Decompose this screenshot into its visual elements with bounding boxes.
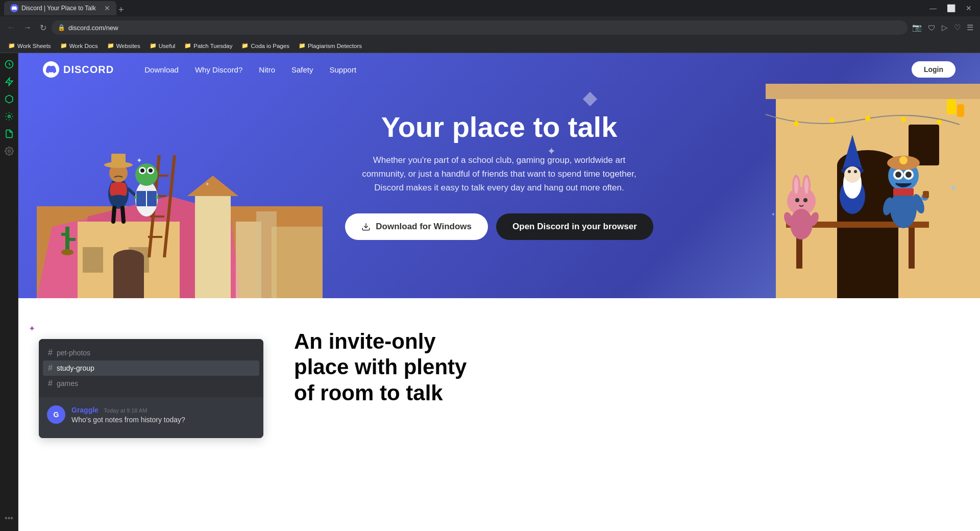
- nav-safety[interactable]: Safety: [291, 65, 313, 74]
- svg-point-54: [865, 116, 870, 121]
- url-text: discord.com/new: [68, 24, 118, 32]
- hero-title: Your place to talk: [345, 111, 653, 143]
- bookmark-folder-icon: 📁: [8, 42, 15, 49]
- menu-icon[interactable]: ☰: [964, 21, 976, 34]
- tab-area: Discord | Your Place to Talk ✕ +: [4, 1, 923, 15]
- screenshot-icon[interactable]: 📷: [910, 21, 924, 34]
- shield-icon[interactable]: 🛡: [925, 21, 938, 34]
- tab-close-button[interactable]: ✕: [104, 4, 110, 12]
- svg-point-33: [149, 168, 153, 173]
- svg-text:✦: ✦: [136, 156, 142, 164]
- svg-point-32: [140, 168, 144, 173]
- toolbar: ← → ↻ 🔒 discord.com/new 📷 🛡 ▷ ♡ ☰: [0, 16, 980, 39]
- bookmark-patch-tuesday[interactable]: 📁 Patch Tuesday: [180, 41, 236, 50]
- svg-point-84: [895, 172, 901, 178]
- play-icon[interactable]: ▷: [939, 21, 950, 34]
- svg-point-3: [8, 150, 10, 153]
- sidebar-extension-1[interactable]: [2, 57, 16, 71]
- svg-line-24: [128, 188, 136, 196]
- below-hero-section: ✦ # pet-photos # study-group: [18, 298, 980, 469]
- nav-support[interactable]: Support: [330, 65, 357, 74]
- channel-pet-photos[interactable]: # pet-photos: [43, 345, 259, 360]
- close-window-button[interactable]: ✕: [962, 2, 976, 14]
- chat-preview: ✦ # pet-photos # study-group: [39, 329, 263, 438]
- message-item: G Graggle Today at 9:18 AM Who's got not…: [47, 405, 255, 424]
- nav-why-discord[interactable]: Why Discord?: [195, 65, 242, 74]
- svg-point-11: [113, 250, 144, 265]
- nav-nitro[interactable]: Nitro: [259, 65, 275, 74]
- bookmarks-bar: 📁 Work Sheets 📁 Work Docs 📁 Websites 📁 U…: [0, 39, 980, 53]
- hero-diamond: [583, 92, 597, 106]
- svg-point-2: [8, 115, 10, 118]
- forward-button[interactable]: →: [20, 21, 35, 34]
- discord-logo[interactable]: DISCORD: [43, 61, 114, 78]
- sparkle-icon: ✦: [29, 324, 35, 333]
- bookmark-folder-icon: 📁: [184, 42, 191, 49]
- bookmark-folder-icon: 📁: [60, 42, 67, 49]
- svg-line-37: [157, 196, 158, 199]
- security-icon: 🔒: [58, 24, 65, 31]
- sidebar-extension-4[interactable]: [2, 109, 16, 124]
- sidebar-extension-6[interactable]: [2, 144, 16, 158]
- sidebar-extension-3[interactable]: [2, 92, 16, 106]
- channel-study-group[interactable]: # study-group: [43, 360, 259, 376]
- svg-point-76: [844, 166, 861, 183]
- svg-rect-61: [909, 228, 915, 269]
- svg-line-27: [122, 208, 124, 222]
- login-button[interactable]: Login: [912, 61, 955, 78]
- invite-section-text: An invite-only place with plenty of room…: [294, 329, 960, 406]
- bookmark-work-docs[interactable]: 📁 Work Docs: [56, 41, 102, 50]
- hero-left-illustration: ✦ ✦: [37, 63, 323, 298]
- browser-frame: Discord | Your Place to Talk ✕ + — ⬜ ✕ ←…: [0, 0, 980, 531]
- webpage: DISCORD Download Why Discord? Nitro Safe…: [18, 53, 980, 531]
- browser-sidebar: •••: [0, 53, 18, 531]
- svg-point-85: [905, 172, 912, 178]
- sidebar-more[interactable]: •••: [5, 514, 13, 523]
- svg-rect-38: [65, 227, 69, 252]
- address-bar[interactable]: 🔒 discord.com/new: [52, 20, 908, 35]
- svg-marker-1: [6, 78, 13, 86]
- hero-subtitle: Whether you're part of a school club, ga…: [351, 153, 647, 195]
- svg-point-52: [794, 121, 799, 126]
- sidebar-extension-5[interactable]: [2, 127, 16, 141]
- bookmark-useful[interactable]: 📁 Useful: [145, 41, 180, 50]
- svg-point-65: [794, 178, 798, 194]
- reload-button[interactable]: ↻: [37, 21, 50, 35]
- chat-messages: G Graggle Today at 9:18 AM Who's got not…: [39, 397, 263, 438]
- channel-games[interactable]: # games: [43, 376, 259, 391]
- download-icon: [361, 222, 371, 231]
- nav-download[interactable]: Download: [144, 65, 179, 74]
- heart-icon[interactable]: ♡: [951, 21, 963, 34]
- svg-rect-40: [69, 238, 76, 241]
- tab-favicon: [10, 4, 18, 12]
- active-tab[interactable]: Discord | Your Place to Talk ✕: [4, 1, 116, 15]
- bookmark-work-sheets[interactable]: 📁 Work Sheets: [4, 41, 55, 50]
- new-tab-button[interactable]: +: [118, 5, 124, 15]
- svg-line-36: [135, 196, 136, 199]
- section-heading: An invite-only place with plenty of room…: [294, 329, 960, 406]
- svg-point-66: [804, 178, 808, 194]
- sidebar-extension-2[interactable]: [2, 75, 16, 89]
- back-button[interactable]: ←: [4, 21, 18, 34]
- maximize-button[interactable]: ⬜: [943, 2, 960, 14]
- svg-line-26: [113, 208, 114, 222]
- toolbar-right: 📷 🛡 ▷ ♡ ☰: [910, 21, 976, 34]
- minimize-button[interactable]: —: [925, 2, 941, 14]
- svg-point-29: [135, 163, 158, 186]
- svg-rect-8: [83, 247, 103, 273]
- nav-links: Download Why Discord? Nitro Safety Suppo…: [144, 65, 356, 74]
- svg-rect-87: [893, 188, 914, 196]
- bookmark-coda[interactable]: 📁 Coda io Pages: [237, 41, 293, 50]
- svg-rect-39: [61, 233, 67, 236]
- open-browser-button[interactable]: Open Discord in your browser: [496, 213, 653, 240]
- chat-window: # pet-photos # study-group # games: [39, 339, 263, 438]
- bookmark-plagiarism[interactable]: 📁 Plagiarism Detectors: [295, 41, 366, 50]
- svg-rect-12: [195, 196, 231, 298]
- bookmark-websites[interactable]: 📁 Websites: [103, 41, 144, 50]
- svg-point-69: [790, 209, 813, 239]
- hero-right-illustration: ✦ ✦: [735, 63, 980, 298]
- download-button[interactable]: Download for Windows: [345, 213, 488, 240]
- channel-hash-icon: #: [48, 348, 53, 357]
- svg-rect-91: [923, 191, 929, 198]
- discord-logo-text: DISCORD: [63, 64, 114, 76]
